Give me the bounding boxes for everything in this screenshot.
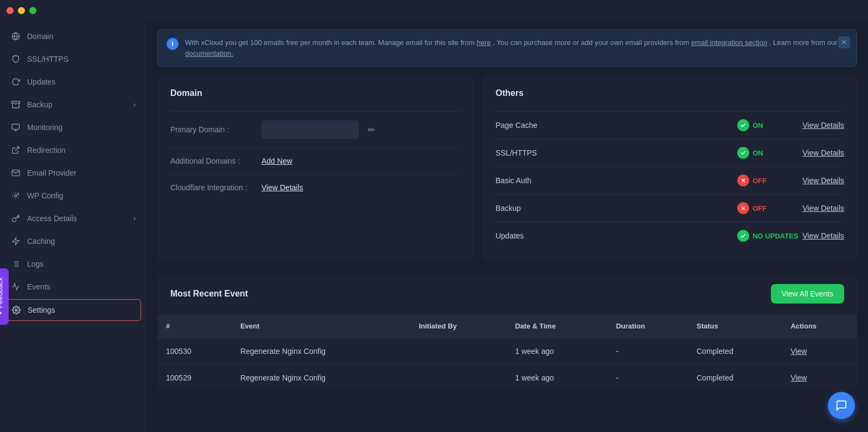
ssl-label: SSL/HTTPS bbox=[495, 149, 737, 157]
row2-view-link[interactable]: View bbox=[790, 373, 807, 382]
here-link[interactable]: here bbox=[477, 38, 491, 47]
feedback-tab[interactable]: ✦ Feedback bbox=[0, 268, 9, 325]
others-row-updates: Updates NO UPDATES View Details bbox=[495, 222, 844, 249]
sidebar-item-wp-config[interactable]: WP Config bbox=[0, 184, 146, 207]
row2-initiated-by bbox=[410, 365, 507, 391]
col-date-time: Date & Time bbox=[506, 314, 607, 338]
events-title: Most Recent Event bbox=[170, 289, 248, 299]
row2-event: Regenerate Nginx Config bbox=[232, 365, 410, 391]
backup-view-details[interactable]: View Details bbox=[802, 204, 844, 212]
basic-auth-view-details[interactable]: View Details bbox=[802, 176, 844, 185]
documentation-link[interactable]: documentation. bbox=[185, 49, 233, 57]
row2-duration: - bbox=[607, 365, 688, 391]
additional-domains-row: Additional Domains : Add New bbox=[170, 147, 461, 174]
svg-marker-9 bbox=[12, 237, 19, 244]
others-row-page-cache: Page Cache ON View Details bbox=[495, 111, 844, 139]
cloudflare-row: Cloudflare Integration : View Details bbox=[170, 174, 461, 201]
domain-card-title: Domain bbox=[170, 88, 461, 98]
add-new-link[interactable]: Add New bbox=[261, 157, 292, 165]
sidebar-label-settings: Settings bbox=[28, 306, 135, 314]
sidebar-item-settings[interactable]: Settings bbox=[5, 299, 141, 321]
row1-status: Completed bbox=[688, 338, 782, 365]
view-all-events-button[interactable]: View All Events bbox=[771, 284, 844, 304]
row1-date-time: 1 week ago bbox=[506, 338, 607, 365]
col-initiated-by: Initiated By bbox=[410, 314, 507, 338]
backup-status-text: OFF bbox=[752, 204, 767, 212]
col-actions: Actions bbox=[782, 314, 857, 338]
table-header-row: # Event Initiated By Date & Time Duratio… bbox=[157, 314, 857, 338]
basic-auth-status-text: OFF bbox=[752, 177, 767, 185]
sidebar-label-ssl: SSL/HTTPS bbox=[27, 55, 136, 63]
svg-line-7 bbox=[15, 147, 19, 151]
feedback-label: ✦ Feedback bbox=[0, 277, 4, 316]
row1-view-link[interactable]: View bbox=[790, 347, 807, 356]
col-duration: Duration bbox=[607, 314, 688, 338]
monitor-icon bbox=[11, 122, 21, 132]
updates-on-icon bbox=[737, 230, 749, 242]
col-status: Status bbox=[688, 314, 782, 338]
email-integration-link[interactable]: email integration section bbox=[691, 38, 767, 47]
sidebar-label-events: Events bbox=[27, 282, 136, 291]
main-content: i With xCloud you get 100 emails free pe… bbox=[146, 21, 868, 432]
sidebar-item-logs[interactable]: Logs bbox=[0, 253, 146, 275]
basic-auth-status: OFF bbox=[737, 175, 802, 186]
col-number: # bbox=[157, 314, 232, 338]
shield-icon bbox=[11, 54, 21, 64]
status-on-icon bbox=[737, 119, 749, 131]
info-banner: i With xCloud you get 100 emails free pe… bbox=[157, 29, 857, 67]
info-icon: i bbox=[167, 38, 178, 50]
others-card: Others Page Cache ON View Details SSL/HT… bbox=[482, 75, 857, 262]
chevron-right-icon-2: › bbox=[133, 215, 136, 222]
events-section: Most Recent Event View All Events # Even… bbox=[157, 273, 857, 391]
banner-close-button[interactable]: ✕ bbox=[838, 36, 850, 48]
page-cache-status-text: ON bbox=[752, 121, 763, 130]
edit-domain-icon[interactable]: ✏ bbox=[368, 125, 375, 135]
backup-status: OFF bbox=[737, 202, 802, 214]
sidebar-item-backup[interactable]: Backup › bbox=[0, 93, 146, 116]
chevron-right-icon: › bbox=[133, 101, 136, 108]
row1-initiated-by bbox=[410, 338, 507, 365]
sidebar: Domain SSL/HTTPS Updates Backup › bbox=[0, 21, 146, 432]
zap-icon bbox=[11, 236, 21, 246]
backup-off-icon bbox=[737, 202, 749, 214]
sidebar-label-access-details: Access Details bbox=[27, 214, 127, 223]
domain-card: Domain Primary Domain : ✏ Additional Dom… bbox=[157, 75, 474, 262]
others-card-title: Others bbox=[495, 88, 844, 98]
sidebar-label-backup: Backup bbox=[27, 100, 127, 109]
row1-id: 100530 bbox=[157, 338, 232, 365]
row1-duration: - bbox=[607, 338, 688, 365]
ssl-view-details[interactable]: View Details bbox=[802, 149, 844, 157]
external-link-icon bbox=[11, 145, 21, 155]
sidebar-item-access-details[interactable]: Access Details › bbox=[0, 207, 146, 230]
updates-view-details[interactable]: View Details bbox=[802, 231, 844, 240]
titlebar bbox=[0, 0, 868, 21]
sidebar-label-caching: Caching bbox=[27, 237, 136, 246]
sidebar-label-domain: Domain bbox=[27, 32, 136, 41]
others-row-ssl: SSL/HTTPS ON View Details bbox=[495, 139, 844, 166]
gear-icon bbox=[11, 305, 21, 315]
page-cache-view-details[interactable]: View Details bbox=[802, 121, 844, 130]
info-banner-text: With xCloud you get 100 emails free per … bbox=[185, 37, 848, 59]
sidebar-item-redirection[interactable]: Redirection bbox=[0, 139, 146, 162]
updates-label: Updates bbox=[495, 231, 737, 240]
cards-row: Domain Primary Domain : ✏ Additional Dom… bbox=[157, 75, 857, 262]
sidebar-item-ssl[interactable]: SSL/HTTPS bbox=[0, 48, 146, 70]
cloudflare-view-details-link[interactable]: View Details bbox=[261, 183, 303, 192]
minimize-dot[interactable] bbox=[18, 7, 25, 14]
primary-domain-label: Primary Domain : bbox=[170, 125, 257, 134]
additional-domains-label: Additional Domains : bbox=[170, 157, 257, 165]
others-row-basic-auth: Basic Auth OFF View Details bbox=[495, 166, 844, 194]
close-dot[interactable] bbox=[7, 7, 14, 14]
sidebar-item-monitoring[interactable]: Monitoring bbox=[0, 116, 146, 139]
sidebar-label-redirection: Redirection bbox=[27, 146, 136, 154]
sidebar-item-events[interactable]: Events bbox=[0, 275, 146, 298]
maximize-dot[interactable] bbox=[29, 7, 36, 14]
key-icon bbox=[11, 214, 21, 223]
sidebar-item-domain[interactable]: Domain bbox=[0, 25, 146, 48]
sidebar-item-updates[interactable]: Updates bbox=[0, 70, 146, 93]
sidebar-item-email-provider[interactable]: Email Provider bbox=[0, 162, 146, 184]
chat-button[interactable] bbox=[828, 392, 855, 419]
refresh-icon bbox=[11, 77, 21, 87]
svg-rect-4 bbox=[12, 124, 19, 129]
sidebar-item-caching[interactable]: Caching bbox=[0, 230, 146, 253]
